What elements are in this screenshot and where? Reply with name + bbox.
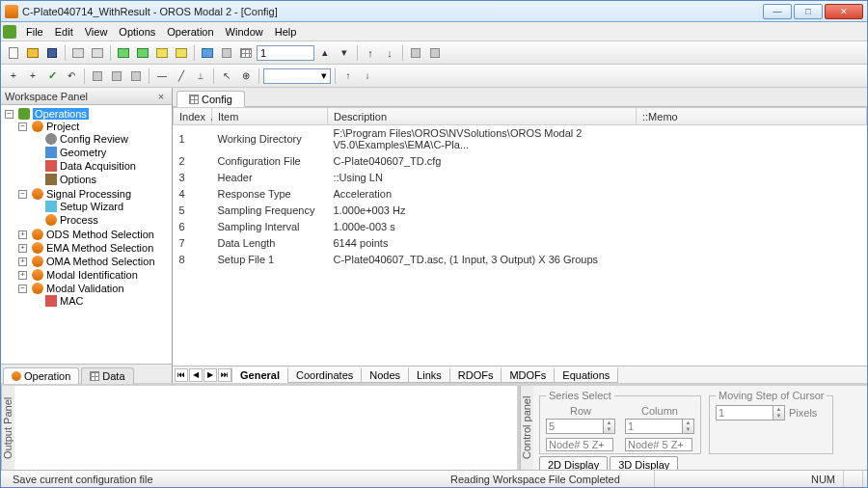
close-button[interactable]: ✕: [825, 4, 863, 19]
tab-nav-first[interactable]: ⏮: [175, 368, 188, 382]
sheet-coordinates[interactable]: Coordinates: [287, 367, 362, 383]
sheet-general[interactable]: General: [231, 367, 288, 383]
cursor-icon[interactable]: ↖: [218, 68, 235, 85]
tree-data-acq[interactable]: Data Acquisition: [60, 160, 136, 172]
table-row[interactable]: 6Sampling Interval1.000e-003 s: [174, 219, 867, 235]
table-row[interactable]: 5Sampling Frequency1.000e+003 Hz: [174, 203, 867, 219]
col-spinner[interactable]: ▲▼: [683, 419, 694, 434]
tree-config-review[interactable]: Config Review: [60, 133, 128, 145]
panel4-icon[interactable]: [173, 44, 190, 62]
up-icon[interactable]: ↑: [339, 68, 357, 85]
panel-pin-icon[interactable]: ×: [154, 90, 168, 103]
panel2-icon[interactable]: [134, 44, 151, 62]
maximize-button[interactable]: □: [794, 4, 823, 19]
tree-mac[interactable]: MAC: [60, 295, 83, 307]
view3-icon[interactable]: [127, 68, 145, 85]
menu-view[interactable]: View: [79, 24, 114, 40]
minimize-button[interactable]: —: [763, 4, 792, 19]
tree-ods[interactable]: ODS Method Selection: [46, 229, 154, 240]
table-row[interactable]: 2Configuration FileC-Plate040607_TD.cfg: [174, 153, 867, 170]
page-input[interactable]: [257, 45, 314, 61]
col-input[interactable]: [625, 419, 683, 434]
line3-icon[interactable]: ⟂: [192, 68, 209, 85]
menu-edit[interactable]: Edit: [49, 24, 79, 40]
config-grid[interactable]: Index▲ Item Description ::Memo 1Working …: [173, 107, 867, 366]
print-icon[interactable]: [69, 44, 87, 62]
cursor-step-input[interactable]: [716, 405, 773, 420]
open-icon[interactable]: [24, 44, 41, 62]
expand-icon[interactable]: −: [5, 110, 14, 119]
grid-icon[interactable]: [237, 44, 255, 62]
col-index[interactable]: Index▲: [174, 108, 212, 125]
down-icon[interactable]: ↓: [359, 68, 376, 85]
prev-icon[interactable]: ↑: [362, 44, 379, 62]
tab-nav-last[interactable]: ⏭: [218, 368, 231, 382]
table-row[interactable]: 8Setup File 1C-Plate040607_TD.asc, (1 In…: [174, 252, 867, 268]
tree-project[interactable]: Project: [46, 121, 79, 132]
tree-root[interactable]: Operations: [33, 108, 89, 120]
expand-icon[interactable]: −: [18, 122, 27, 131]
menu-operation[interactable]: Operation: [161, 24, 219, 40]
tree-process[interactable]: Process: [60, 214, 98, 226]
expand-icon[interactable]: +: [18, 244, 27, 253]
expand-icon[interactable]: +: [18, 271, 27, 280]
col-description[interactable]: Description: [328, 108, 637, 125]
cursor2-icon[interactable]: ⊕: [237, 68, 255, 85]
sheet-nodes[interactable]: Nodes: [361, 367, 409, 383]
spin-down-icon[interactable]: ▾: [336, 44, 353, 62]
row-spinner[interactable]: ▲▼: [604, 419, 615, 434]
tree-signal[interactable]: Signal Processing: [46, 188, 131, 200]
layout1-icon[interactable]: [199, 44, 216, 62]
sheet-mdofs[interactable]: MDOFs: [501, 367, 555, 383]
line1-icon[interactable]: —: [153, 68, 171, 85]
menu-window[interactable]: Window: [220, 24, 269, 40]
spin-up-icon[interactable]: ▴: [316, 44, 334, 62]
panel3-icon[interactable]: [153, 44, 171, 62]
cursor-spinner[interactable]: ▲▼: [773, 405, 785, 420]
menu-file[interactable]: File: [20, 24, 49, 40]
view2-icon[interactable]: [108, 68, 125, 85]
col-item[interactable]: Item: [212, 108, 328, 125]
expand-icon[interactable]: −: [18, 285, 27, 293]
table-row[interactable]: 1Working DirectoryF:\Program Files\OROS\…: [174, 125, 867, 153]
tab-nav-next[interactable]: ▶: [203, 368, 217, 382]
tree-options[interactable]: Options: [60, 174, 96, 185]
tree-setup-wizard[interactable]: Setup Wizard: [60, 201, 123, 212]
tool-b-icon[interactable]: [426, 44, 444, 62]
sheet-rdofs[interactable]: RDOFs: [449, 367, 502, 383]
tab-data[interactable]: Data: [81, 367, 133, 384]
tree-oma[interactable]: OMA Method Selection: [46, 256, 155, 267]
table-row[interactable]: 7Data Length6144 points: [174, 235, 867, 252]
operations-tree[interactable]: −Operations −Project Config Review Geome…: [1, 105, 172, 364]
view1-icon[interactable]: [89, 68, 106, 85]
selector-dropdown[interactable]: ▾: [263, 68, 331, 84]
add2-icon[interactable]: +: [24, 68, 41, 85]
sheet-equations[interactable]: Equations: [554, 367, 618, 383]
new-icon[interactable]: [5, 44, 22, 62]
tab-nav-prev[interactable]: ◀: [189, 368, 203, 382]
print-preview-icon[interactable]: [89, 44, 106, 62]
tree-ema[interactable]: EMA Method Selection: [46, 242, 153, 254]
save-icon[interactable]: [43, 44, 61, 62]
tab-operation[interactable]: Operation: [3, 367, 79, 384]
expand-icon[interactable]: +: [18, 230, 27, 239]
undo-icon[interactable]: ↶: [63, 68, 80, 85]
menu-options[interactable]: Options: [113, 24, 161, 40]
expand-icon[interactable]: −: [18, 190, 27, 199]
tree-modal-id[interactable]: Modal Identification: [46, 269, 138, 281]
col-memo[interactable]: ::Memo: [637, 108, 867, 125]
expand-icon[interactable]: +: [18, 258, 27, 266]
table-row[interactable]: 4Response TypeAcceleration: [174, 186, 867, 203]
layout2-icon[interactable]: [218, 44, 235, 62]
tree-modal-val[interactable]: Modal Validation: [46, 283, 124, 294]
tree-geometry[interactable]: Geometry: [60, 147, 106, 158]
table-row[interactable]: 3Header::Using LN: [174, 170, 867, 186]
apply-icon[interactable]: ✓: [43, 68, 61, 85]
row-input[interactable]: [546, 419, 604, 434]
tool-a-icon[interactable]: [407, 44, 424, 62]
line2-icon[interactable]: ╱: [173, 68, 190, 85]
menu-help[interactable]: Help: [269, 24, 303, 40]
add-icon[interactable]: +: [5, 68, 22, 85]
next-icon[interactable]: ↓: [381, 44, 398, 62]
panel1-icon[interactable]: [115, 44, 132, 62]
